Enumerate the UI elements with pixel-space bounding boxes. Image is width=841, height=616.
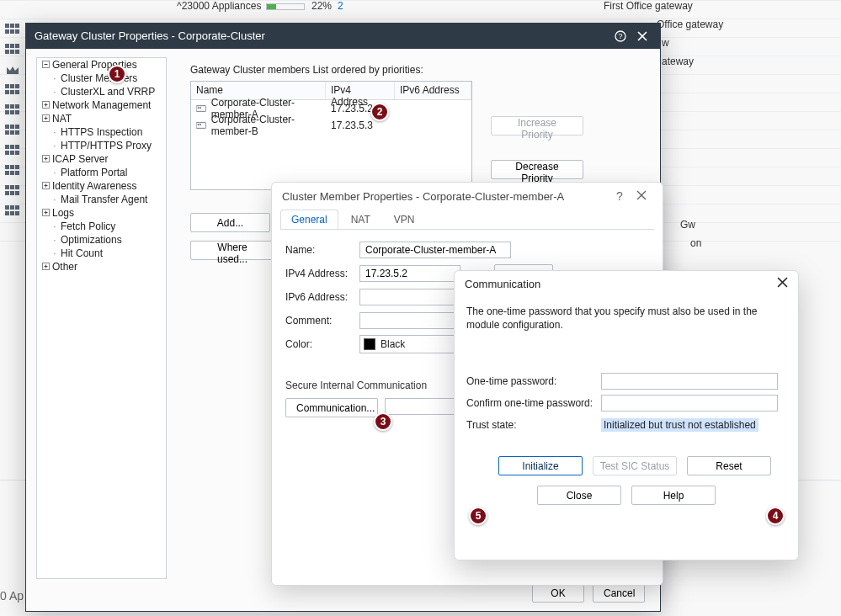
nav-tree[interactable]: General Properties·Cluster Members·Clust… (36, 57, 167, 579)
svg-rect-52 (10, 211, 14, 215)
tree-item[interactable]: ·HTTP/HTTPS Proxy (37, 139, 166, 152)
callout-5: 5 (469, 507, 487, 525)
rail-icon[interactable] (5, 24, 20, 35)
otp-field[interactable] (601, 373, 778, 390)
member-titlebar[interactable]: Cluster Member Properties - Corporate-Cl… (272, 183, 663, 210)
tree-leaf-icon: · (51, 193, 59, 206)
rail-icon[interactable] (5, 44, 20, 56)
tree-item[interactable]: Logs (37, 206, 166, 220)
svg-rect-16 (10, 90, 14, 94)
svg-rect-68 (200, 124, 201, 125)
bg-r2: w (662, 37, 669, 49)
dialog-titlebar[interactable]: Gateway Cluster Properties - Corporate-C… (26, 24, 660, 49)
callout-2: 2 (370, 103, 389, 121)
collapse-icon (40, 58, 51, 72)
tree-item[interactable]: ·Platform Portal (37, 166, 166, 179)
close-icon[interactable] (777, 277, 788, 290)
comm-titlebar[interactable]: Communication (455, 271, 798, 296)
svg-rect-15 (5, 90, 9, 94)
members-grid[interactable]: Name IPv4 Address IPv6 Address Corporate… (190, 81, 472, 190)
decrease-priority-button[interactable]: Decrease Priority (491, 160, 583, 179)
tree-leaf-icon: · (51, 139, 59, 152)
svg-rect-22 (10, 110, 14, 114)
tree-item[interactable]: General Properties (37, 58, 166, 72)
rail-icon[interactable] (5, 84, 20, 96)
tree-item[interactable]: ICAP Server (37, 152, 166, 166)
close-icon[interactable] (633, 27, 652, 45)
comm-title: Communication (465, 278, 540, 290)
tree-item[interactable]: Network Management (37, 98, 166, 112)
tree-item[interactable]: NAT (37, 112, 166, 125)
svg-rect-21 (5, 110, 9, 114)
col-ip4[interactable]: IPv4 Address (326, 82, 395, 99)
gateway-icon (196, 121, 206, 130)
test-sic-button[interactable]: Test SIC Status (593, 456, 677, 475)
rail-icon[interactable] (5, 145, 20, 157)
cancel-button[interactable]: Cancel (593, 583, 645, 603)
tree-item[interactable]: ·Mail Transfer Agent (37, 193, 166, 206)
svg-rect-18 (5, 104, 9, 109)
expand-icon (40, 152, 51, 166)
label-name: Name: (285, 244, 359, 256)
svg-rect-51 (5, 211, 9, 215)
tree-item[interactable]: ·Optimizations (37, 233, 166, 247)
svg-rect-24 (5, 125, 9, 129)
help-icon[interactable]: ? (611, 27, 630, 45)
rail-icon[interactable] (5, 104, 20, 116)
tree-item[interactable]: Identity Awareness (37, 179, 166, 193)
tree-item[interactable]: ·ClusterXL and VRRP (37, 85, 166, 98)
svg-rect-47 (15, 191, 19, 195)
label-otp: One-time password: (466, 375, 601, 387)
tree-item[interactable]: ·Hit Count (37, 247, 166, 260)
ipv4-field[interactable] (359, 265, 460, 282)
tree-item-label: NAT (51, 112, 72, 125)
tree-item-label: ClusterXL and VRRP (59, 85, 155, 98)
svg-rect-64 (198, 107, 200, 109)
initialize-button[interactable]: Initialize (498, 456, 583, 475)
tab-nat[interactable]: NAT (340, 210, 381, 229)
increase-priority-button[interactable]: Increase Priority (491, 116, 583, 135)
tree-item-label: Mail Transfer Agent (59, 193, 147, 206)
rail-icon[interactable] (5, 165, 20, 177)
svg-rect-5 (15, 29, 19, 34)
tree-item[interactable]: ·Cluster Members (37, 72, 166, 85)
rail-icon[interactable] (5, 125, 20, 136)
table-row[interactable]: Corporate-Cluster-member-B17.23.5.3 (191, 117, 471, 134)
tab-general[interactable]: General (280, 210, 338, 229)
tree-leaf-icon: · (51, 85, 59, 98)
col-ip6[interactable]: IPv6 Address (395, 82, 471, 99)
rail-icon-crown[interactable] (5, 64, 20, 76)
svg-rect-30 (5, 145, 9, 149)
dialog-title: Gateway Cluster Properties - Corporate-C… (35, 24, 265, 49)
svg-rect-23 (15, 110, 19, 114)
close-button[interactable]: Close (537, 486, 621, 505)
where-used-button[interactable]: Where used... (190, 241, 274, 260)
callout-4: 4 (766, 507, 785, 525)
label-color: Color: (285, 338, 359, 350)
rail-icon[interactable] (5, 185, 20, 197)
tree-item[interactable]: ·HTTPS Inspection (37, 125, 166, 139)
help-icon[interactable]: ? (609, 189, 631, 203)
tab-vpn[interactable]: VPN (383, 210, 426, 229)
svg-rect-25 (10, 125, 14, 129)
svg-rect-11 (15, 50, 19, 54)
label-ip4: IPv4 Address: (285, 268, 359, 279)
svg-rect-14 (15, 84, 19, 88)
add-button[interactable]: Add... (190, 213, 270, 232)
tree-item[interactable]: Other (37, 260, 166, 273)
close-icon[interactable] (631, 189, 652, 203)
ok-button[interactable]: OK (532, 583, 584, 603)
label-confirm-otp: Confirm one-time password: (466, 397, 601, 409)
svg-rect-45 (5, 191, 9, 195)
row-ip4: 17.23.5.3 (326, 119, 395, 131)
ipv6-field[interactable] (359, 289, 460, 305)
name-field[interactable] (359, 242, 511, 258)
communication-button[interactable]: Communication... (285, 398, 378, 417)
reset-button[interactable]: Reset (687, 456, 771, 475)
tree-item[interactable]: ·Fetch Policy (37, 220, 166, 233)
confirm-otp-field[interactable] (601, 395, 778, 412)
left-icon-rail (0, 15, 24, 217)
help-button[interactable]: Help (631, 486, 716, 505)
tree-item-label: Optimizations (59, 233, 122, 247)
rail-icon[interactable] (5, 205, 20, 217)
